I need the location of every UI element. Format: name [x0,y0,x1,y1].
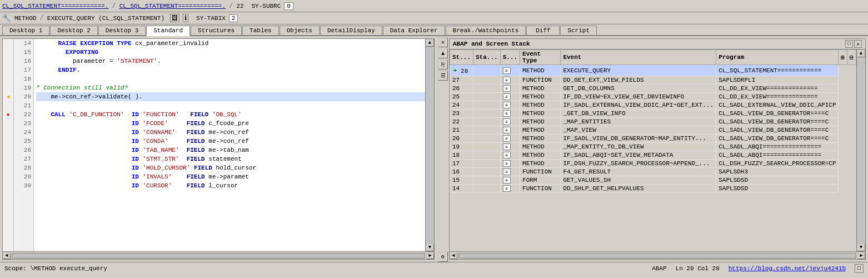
col-expand[interactable]: ⊞ [839,50,847,65]
cell-event-type: FORM [520,176,561,185]
table-row[interactable]: 18≡METHODIF_SADL_ABQI~SET_VIEW_METADATAC… [450,151,856,160]
panel-close-btn[interactable]: ✕ [854,40,862,48]
table-row[interactable]: 24≡METHODIF_SADL_EXTERNAL_VIEW_DDIC_API~… [450,101,856,110]
row-type-icon: ≡ [503,118,511,125]
method-label[interactable]: METHOD [14,15,37,22]
table-row[interactable]: 20≡METHODIF_SADL_VIEW_DB_GENERATOR~MAP_E… [450,135,856,143]
tab-objects[interactable]: Objects [280,26,320,35]
extra-btn[interactable]: ⚙ [438,252,448,262]
stack-scrollbar-v[interactable]: ▲ ▼ [856,49,865,251]
cell-event: GET_DB_COLUMNS [561,85,716,93]
stack-track-v [857,57,865,244]
table-row[interactable]: ➔ 28≡METHODEXECUTE_QUERYCL_SQL_STATEMENT… [450,65,856,76]
table-row[interactable]: 23≡METHOD_GET_DB_VIEW_INFOCL_SADL_VIEW_D… [450,110,856,118]
col-s: S... [500,50,520,65]
scroll-up-vert[interactable]: ▲ [438,48,448,58]
breadcrumb-1[interactable]: CL_SQL_STATEMENT============. [2,3,108,9]
stack-scrollbar-h[interactable]: ◄ ► [450,251,865,259]
table-row[interactable]: 26≡METHODGET_DB_COLUMNSCL_DD_EX_VIEW====… [450,85,856,93]
cell-s: ≡ [500,151,520,160]
line-num-19: 19 [14,83,33,92]
col-step: St... [450,50,473,65]
cell-s: ≡ [500,101,520,110]
tab-dataexplorer[interactable]: Data Explorer [383,26,445,35]
line-num-18: 18 [14,75,33,83]
breadcrumb-2[interactable]: CL_SQL_STATEMENT============. [119,3,226,9]
tab-standard[interactable]: Standard [146,26,190,36]
tab-desktop1[interactable]: Desktop 1 [2,26,49,35]
stack-scroll-up[interactable]: ▲ [857,49,865,57]
cell-arrow: 14 [450,185,473,193]
cell-s: ≡ [500,110,520,118]
code-line-17: ENDIF. [36,66,425,75]
cell-s: ≡ [500,76,520,85]
cell-event: _MAP_ENTITIES [561,118,716,126]
cell-event-type: METHOD [520,93,561,101]
code-line-30: ID 'CURSOR' FIELD l_cursor [36,181,425,190]
filter-btn[interactable]: ☰ [438,71,448,81]
sy-tabix-label: SY-TABIX [196,15,226,22]
copy-btn[interactable]: ⎘ [438,59,448,70]
cell-event: DD_SHLP_GET_HELPVALUES [561,185,716,193]
table-row[interactable]: 17≡METHODIF_DSH_FUZZY_SEARCH_PROCESSOR~A… [450,160,856,168]
maximize-icon[interactable]: □ [855,264,864,273]
cell-program: CL_SADL_VIEW_DB_GENERATOR====C [716,135,839,143]
gutter-16 [3,57,13,66]
cell-program: CL_DD_EX_VIEW============== [716,85,839,93]
tab-desktop3[interactable]: Desktop 3 [98,26,146,35]
scroll-right-btn[interactable]: ► [426,252,434,259]
row-type-icon: ≡ [503,160,511,167]
panel-maximize-btn[interactable]: □ [845,40,853,48]
table-row[interactable]: 14≡FUNCTIONDD_SHLP_GET_HELPVALUESSAPLSDS… [450,185,856,193]
gutter-25 [3,137,13,146]
table-row[interactable]: 27≡FUNCTIONDD_GET_EXT_VIEW_FIELDSSAPLSDR… [450,76,856,85]
line-num-20: 20 [14,92,33,101]
line-num-25: 25 [14,137,33,146]
tab-script[interactable]: Script [560,26,597,35]
table-row[interactable]: 15≡FORMGET_VALUES_SHSAPLSDSD [450,176,856,185]
tab-detaildisplay[interactable]: DetailDisplay [320,26,382,35]
tool-icon-2[interactable]: ℹ [183,14,188,22]
scroll-left-btn[interactable]: ◄ [3,252,11,259]
line-num-15: 15 [14,48,33,57]
expand-btn[interactable]: ✕ [438,37,448,47]
tab-tables[interactable]: Tables [242,26,279,35]
cell-sta [473,135,501,143]
col-expand2[interactable]: ⊟ [847,50,856,65]
stack-scroll-right[interactable]: ► [857,252,865,259]
stack-table[interactable]: St... Sta... S... Event Type Event Progr… [450,49,856,251]
sy-subrc-label: SY-SUBRC [251,3,281,9]
code-scrollbar-h[interactable]: ◄ ► [3,251,434,259]
scroll-down-btn[interactable]: ▼ [426,244,434,251]
table-row[interactable]: 25≡METHODIF_DD_VIEW~EX_VIEW_GET_DBVIEWIN… [450,93,856,101]
execute-query-label[interactable]: EXECUTE_QUERY (CL_SQL_STATEMENT) [47,15,164,22]
code-scrollbar-v[interactable]: ▲ ▼ [425,39,434,251]
gutter-18 [3,75,13,83]
cell-event-type: METHOD [520,151,561,160]
stack-panel-title-text: ABAP and Screen Stack [453,41,530,47]
scroll-up-btn[interactable]: ▲ [426,39,434,47]
cell-s: ≡ [500,143,520,151]
stack-scroll-down[interactable]: ▼ [857,244,865,251]
tab-structures[interactable]: Structures [191,26,242,35]
code-area[interactable]: RAISE EXCEPTION TYPE cx_parameter_invali… [34,39,425,251]
table-row[interactable]: 19≡METHOD_MAP_ENTITY_TO_DB_VIEWCL_SADL_A… [450,143,856,151]
tab-breakpoints[interactable]: Break./Watchpoints [446,26,526,35]
tool-icon-1[interactable]: 🖼 [170,14,179,22]
stack-scroll-left[interactable]: ◄ [450,252,457,259]
cell-program: SAPLSDSD [716,185,839,193]
cell-sta [473,176,501,185]
position-label: Ln 20 Col 28 [676,265,720,272]
tab-desktop2[interactable]: Desktop 2 [50,26,97,35]
table-row[interactable]: 22≡METHOD_MAP_ENTITIESCL_SADL_VIEW_DB_GE… [450,118,856,126]
col-sta: Sta... [473,50,501,65]
cell-arrow: 20 [450,135,473,143]
cell-program: SAPLSDSD [716,176,839,185]
cell-arrow: 17 [450,160,473,168]
cell-sta [473,93,501,101]
cell-s: ≡ [500,93,520,101]
toolbar-top: CL_SQL_STATEMENT============. / CL_SQL_S… [0,0,868,12]
table-row[interactable]: 21≡METHOD_MAP_VIEWCL_SADL_VIEW_DB_GENERA… [450,126,856,135]
tab-diff[interactable]: Diff [526,26,560,35]
table-row[interactable]: 16≡FUNCTIONF4_GET_RESULTSAPLSDH3 [450,168,856,176]
